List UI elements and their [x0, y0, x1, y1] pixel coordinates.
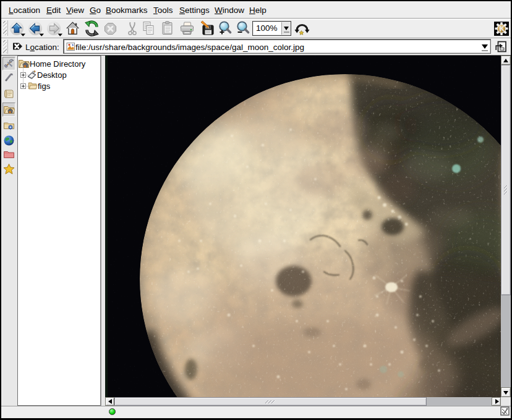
svg-text:K: K	[500, 25, 505, 33]
